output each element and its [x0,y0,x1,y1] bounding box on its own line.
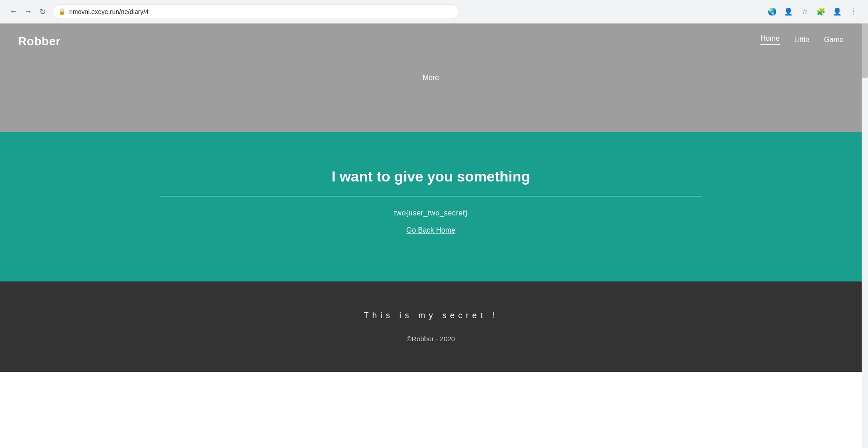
forward-button[interactable]: → [22,5,34,18]
nav-link-little[interactable]: Little [794,36,810,44]
browser-nav-buttons: ← → ↻ [7,5,49,18]
bookmark-icon[interactable]: ☆ [797,5,812,19]
reload-button[interactable]: ↻ [36,5,49,18]
extensions-icon[interactable]: 🧩 [814,5,828,19]
footer-secret-text: This is my secret ! [363,311,498,320]
back-button[interactable]: ← [7,5,20,18]
main-section: I want to give you something two{user_tw… [0,132,862,281]
url-text: rimovni.exeye.run/ne/diary/4 [69,8,149,15]
footer: This is my secret ! ©Robber - 2020 [0,281,862,372]
browser-toolbar-right: 🌏 👤 ☆ 🧩 👤 ⋮ [765,5,861,19]
nav-links: Home Little Game [760,34,844,45]
page-wrapper: Robber More Home Little Game I want to g… [0,24,862,372]
go-back-home-link[interactable]: Go Back Home [406,226,455,234]
scrollbar-track[interactable] [862,24,868,448]
address-bar[interactable]: 🔒 rimovni.exeye.run/ne/diary/4 [52,5,459,19]
lock-icon: 🔒 [58,8,66,15]
main-title: I want to give you something [331,168,530,185]
account-icon[interactable]: 👤 [830,5,844,19]
nav-more-label: More [423,74,439,82]
nav-link-game[interactable]: Game [824,36,844,44]
nav-link-home[interactable]: Home [760,34,780,45]
navbar: Robber More Home Little Game [0,24,862,132]
profile-icon[interactable]: 👤 [781,5,796,19]
browser-chrome: ← → ↻ 🔒 rimovni.exeye.run/ne/diary/4 🌏 👤… [0,0,868,24]
main-divider [160,196,702,196]
menu-icon[interactable]: ⋮ [846,5,861,19]
translate-icon[interactable]: 🌏 [765,5,779,19]
footer-copyright: ©Robber - 2020 [407,335,455,343]
scrollbar-thumb[interactable] [862,24,868,78]
main-secret-text: two{user_two_secret} [394,209,468,217]
nav-brand[interactable]: Robber [18,34,61,48]
